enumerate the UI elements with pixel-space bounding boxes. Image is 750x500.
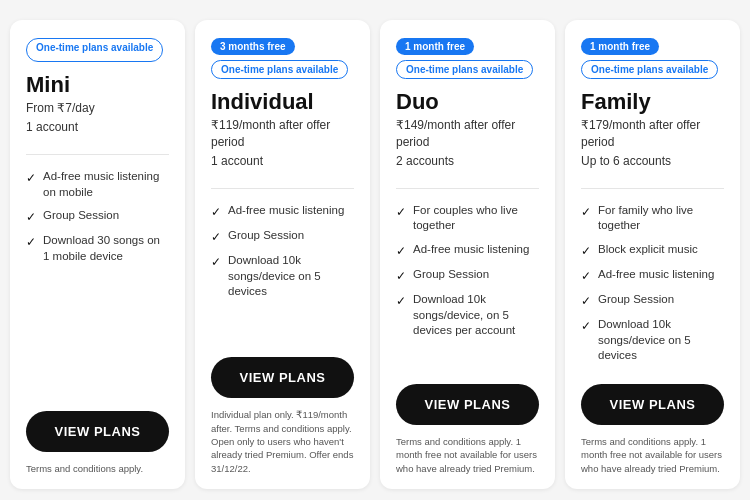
feature-item: ✓Block explicit music — [581, 242, 724, 259]
feature-item: ✓Download 10k songs/device, on 5 devices… — [396, 292, 539, 339]
plan-price: From ₹7/day — [26, 100, 169, 117]
check-icon: ✓ — [26, 170, 36, 186]
features-list: ✓Ad-free music listening on mobile✓Group… — [26, 169, 169, 399]
card-family: 1 month freeOne-time plans availableFami… — [565, 20, 740, 489]
terms-text: Individual plan only. ₹119/month after. … — [211, 408, 354, 474]
plan-accounts: 1 account — [26, 119, 169, 136]
badge-blue-0: 1 month free — [581, 38, 659, 55]
badge-row: 1 month freeOne-time plans available — [581, 38, 724, 79]
badge-outline-1: One-time plans available — [581, 60, 718, 79]
check-icon: ✓ — [211, 204, 221, 220]
feature-item: ✓Download 10k songs/device on 5 devices — [211, 253, 354, 300]
plan-accounts: Up to 6 accounts — [581, 153, 724, 170]
badge-outline-0: One-time plans available — [26, 38, 163, 62]
feature-text: For family who live together — [598, 203, 724, 234]
check-icon: ✓ — [396, 293, 406, 309]
badge-blue-0: 1 month free — [396, 38, 474, 55]
features-list: ✓For couples who live together✓Ad-free m… — [396, 203, 539, 372]
divider — [26, 154, 169, 155]
check-icon: ✓ — [396, 204, 406, 220]
plan-accounts: 2 accounts — [396, 153, 539, 170]
check-icon: ✓ — [581, 243, 591, 259]
feature-text: Download 30 songs on 1 mobile device — [43, 233, 169, 264]
feature-item: ✓Ad-free music listening on mobile — [26, 169, 169, 200]
terms-text: Terms and conditions apply. 1 month free… — [581, 435, 724, 475]
terms-text: Terms and conditions apply. 1 month free… — [396, 435, 539, 475]
view-plans-button[interactable]: VIEW PLANS — [396, 384, 539, 425]
feature-item: ✓Group Session — [211, 228, 354, 245]
card-duo: 1 month freeOne-time plans availableDuo₹… — [380, 20, 555, 489]
check-icon: ✓ — [581, 318, 591, 334]
feature-text: Group Session — [598, 292, 674, 308]
feature-text: Download 10k songs/device on 5 devices — [598, 317, 724, 364]
feature-text: For couples who live together — [413, 203, 539, 234]
check-icon: ✓ — [581, 268, 591, 284]
divider — [396, 188, 539, 189]
view-plans-button[interactable]: VIEW PLANS — [26, 411, 169, 452]
feature-text: Group Session — [413, 267, 489, 283]
feature-item: ✓Ad-free music listening — [211, 203, 354, 220]
feature-item: ✓Group Session — [396, 267, 539, 284]
feature-text: Download 10k songs/device on 5 devices — [228, 253, 354, 300]
feature-item: ✓Ad-free music listening — [396, 242, 539, 259]
check-icon: ✓ — [581, 204, 591, 220]
feature-item: ✓Download 10k songs/device on 5 devices — [581, 317, 724, 364]
card-individual: 3 months freeOne-time plans availableInd… — [195, 20, 370, 489]
check-icon: ✓ — [396, 243, 406, 259]
plan-price: ₹179/month after offer period — [581, 117, 724, 151]
badge-outline-1: One-time plans available — [396, 60, 533, 79]
feature-item: ✓For couples who live together — [396, 203, 539, 234]
plan-name: Family — [581, 89, 724, 115]
feature-text: Ad-free music listening — [598, 267, 714, 283]
badge-row: 1 month freeOne-time plans available — [396, 38, 539, 79]
card-mini: One-time plans availableMiniFrom ₹7/day1… — [10, 20, 185, 489]
feature-item: ✓Group Session — [26, 208, 169, 225]
view-plans-button[interactable]: VIEW PLANS — [211, 357, 354, 398]
feature-text: Group Session — [43, 208, 119, 224]
feature-item: ✓Ad-free music listening — [581, 267, 724, 284]
divider — [581, 188, 724, 189]
badge-row: One-time plans available — [26, 38, 169, 62]
feature-text: Ad-free music listening on mobile — [43, 169, 169, 200]
feature-item: ✓Group Session — [581, 292, 724, 309]
divider — [211, 188, 354, 189]
badge-row: 3 months freeOne-time plans available — [211, 38, 354, 79]
plan-name: Mini — [26, 72, 169, 98]
plan-accounts: 1 account — [211, 153, 354, 170]
feature-item: ✓For family who live together — [581, 203, 724, 234]
feature-text: Group Session — [228, 228, 304, 244]
features-list: ✓For family who live together✓Block expl… — [581, 203, 724, 372]
check-icon: ✓ — [211, 229, 221, 245]
feature-text: Download 10k songs/device, on 5 devices … — [413, 292, 539, 339]
check-icon: ✓ — [581, 293, 591, 309]
check-icon: ✓ — [211, 254, 221, 270]
feature-text: Ad-free music listening — [228, 203, 344, 219]
check-icon: ✓ — [26, 234, 36, 250]
feature-text: Block explicit music — [598, 242, 698, 258]
plan-price: ₹149/month after offer period — [396, 117, 539, 151]
feature-text: Ad-free music listening — [413, 242, 529, 258]
badge-blue-0: 3 months free — [211, 38, 295, 55]
badge-outline-1: One-time plans available — [211, 60, 348, 79]
plan-name: Duo — [396, 89, 539, 115]
plan-name: Individual — [211, 89, 354, 115]
features-list: ✓Ad-free music listening✓Group Session✓D… — [211, 203, 354, 346]
plan-price: ₹119/month after offer period — [211, 117, 354, 151]
pricing-cards: One-time plans availableMiniFrom ₹7/day1… — [10, 20, 740, 489]
view-plans-button[interactable]: VIEW PLANS — [581, 384, 724, 425]
terms-text: Terms and conditions apply. — [26, 462, 169, 475]
check-icon: ✓ — [396, 268, 406, 284]
feature-item: ✓Download 30 songs on 1 mobile device — [26, 233, 169, 264]
check-icon: ✓ — [26, 209, 36, 225]
